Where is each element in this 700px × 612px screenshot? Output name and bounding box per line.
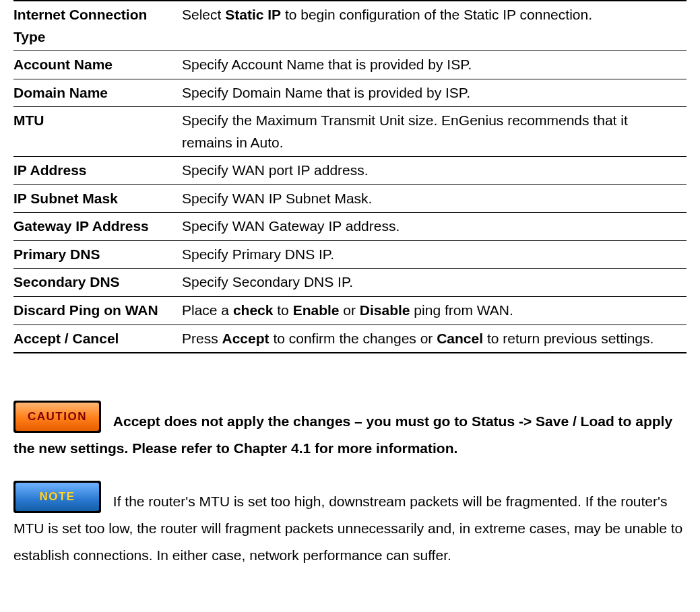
row-desc-part: or [339,302,359,318]
table-row: MTUSpecify the Maximum Transmit Unit siz… [13,107,687,157]
note-text: If the router's MTU is set too high, dow… [13,494,682,563]
row-desc-part: ping from WAN. [410,302,513,318]
row-desc: Specify Account Name that is provided by… [182,51,687,79]
row-desc-part: Specify Secondary DNS IP. [182,274,353,290]
note-icon: NOTE [13,481,101,513]
row-desc-part: Specify Domain Name that is provided by … [182,85,470,100]
row-label: Discard Ping on WAN [13,297,182,325]
caution-icon: CAUTION [13,401,101,433]
caution-text: Accept does not apply the changes – you … [13,413,672,456]
row-desc-part: check [233,302,274,318]
table-row: IP AddressSpecify WAN port IP address. [13,157,687,185]
caution-badge-label: CAUTION [15,403,99,431]
row-desc: Specify the Maximum Transmit Unit size. … [182,107,687,157]
table-row: Primary DNSSpecify Primary DNS IP. [13,240,687,269]
row-desc-part: Enable [293,302,340,318]
row-label: Gateway IP Address [13,213,182,241]
row-desc: Specify WAN IP Subnet Mask. [182,184,687,213]
table-row: Secondary DNSSpecify Secondary DNS IP. [13,269,687,297]
row-label: Internet Connection Type [13,1,182,51]
row-desc: Place a check to Enable or Disable ping … [182,297,687,325]
row-desc-part: Static IP [225,7,281,22]
row-label: Accept / Cancel [13,325,182,353]
row-desc-part: to [273,302,292,318]
table-row: Accept / CancelPress Accept to confirm t… [13,325,687,353]
row-desc-part: Specify WAN port IP address. [182,162,369,178]
row-desc-part: Press [182,331,222,346]
row-label: IP Address [13,157,182,185]
row-desc-part: Specify Primary DNS IP. [182,246,334,262]
table-row: Domain NameSpecify Domain Name that is p… [13,79,687,107]
row-desc-part: to return previous settings. [483,331,654,346]
row-desc: Press Accept to confirm the changes or C… [182,325,687,353]
row-label: Secondary DNS [13,269,182,297]
note-badge-label: NOTE [15,483,99,511]
row-desc: Specify Primary DNS IP. [182,240,687,269]
row-desc-part: Specify WAN Gateway IP address. [182,218,400,234]
config-table: Internet Connection TypeSelect Static IP… [13,0,687,353]
table-row: Account NameSpecify Account Name that is… [13,51,687,79]
row-desc-part: Cancel [437,331,483,346]
row-desc-part: Place a [182,302,233,318]
note-callout: NOTE If the router's MTU is set too high… [13,481,687,569]
row-desc: Specify WAN Gateway IP address. [182,213,687,241]
table-row: Discard Ping on WANPlace a check to Enab… [13,297,687,325]
caution-callout: CAUTION Accept does not apply the change… [13,401,687,462]
row-desc-part: Accept [222,331,269,346]
row-label: Domain Name [13,79,182,107]
row-desc: Specify Secondary DNS IP. [182,269,687,297]
row-desc-part: Specify Account Name that is provided by… [182,57,472,72]
row-desc-part: Specify WAN IP Subnet Mask. [182,191,372,206]
row-desc-part: Select [182,7,225,22]
row-desc-part: Specify the Maximum Transmit Unit size. … [182,112,628,150]
row-desc: Select Static IP to begin configuration … [182,1,687,51]
row-label: IP Subnet Mask [13,184,182,213]
row-desc-part: to begin configuration of the Static IP … [281,7,592,22]
table-row: IP Subnet MaskSpecify WAN IP Subnet Mask… [13,184,687,213]
config-table-body: Internet Connection TypeSelect Static IP… [13,1,687,353]
row-label: MTU [13,107,182,157]
row-label: Account Name [13,51,182,79]
table-row: Internet Connection TypeSelect Static IP… [13,1,687,51]
row-label: Primary DNS [13,240,182,269]
row-desc: Specify Domain Name that is provided by … [182,79,687,107]
row-desc-part: Disable [360,302,410,318]
row-desc: Specify WAN port IP address. [182,157,687,185]
row-desc-part: to confirm the changes or [269,331,437,346]
table-row: Gateway IP AddressSpecify WAN Gateway IP… [13,213,687,241]
